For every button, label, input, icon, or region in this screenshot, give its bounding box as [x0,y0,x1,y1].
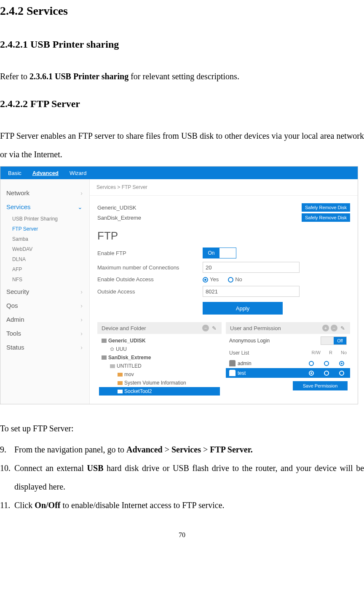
tree-folder[interactable]: UNTITLED [99,362,220,370]
panel-header: Device and Folder − ✎ [97,322,222,334]
radio-r[interactable] [324,361,329,366]
list-number: 9. [0,440,14,459]
sidebar: Network› Services⌄ USB Printer Sharing F… [0,179,90,404]
tab-advanced[interactable]: Advanced [32,170,59,176]
panel-title: Device and Folder [102,325,146,331]
radio-icon [228,277,233,283]
user-icon [229,370,236,376]
input-outside-port[interactable] [203,286,300,297]
row-outside-port: Outside Access [97,286,350,297]
edit-icon[interactable]: ✎ [339,325,346,331]
perm-radios [309,371,344,376]
radio-rw[interactable] [309,361,314,366]
sidebar-item-qos[interactable]: Qos› [0,299,89,312]
edit-icon[interactable]: ✎ [211,325,217,331]
row-outside-access: Enable Outside Access Yes No [97,276,350,283]
chevron-right-icon: › [80,316,83,323]
folder-icon [118,373,123,377]
label-enable-ftp: Enable FTP [97,250,203,256]
sidebar-sub-usb[interactable]: USB Printer Sharing [0,214,89,224]
radio-no[interactable] [339,361,344,366]
tree-folder[interactable]: mov [99,370,220,379]
ordered-list: 9. From the navigation panel, go to Adva… [0,440,364,514]
sidebar-item-services[interactable]: Services⌄ [0,200,89,214]
sidebar-sub-afp[interactable]: AFP [0,264,89,274]
remove-icon[interactable]: − [202,325,209,331]
text: to enable/disable Internet access to FTP… [60,501,224,510]
radio-r[interactable] [324,371,329,376]
sidebar-label: Admin [6,316,24,323]
apply-button[interactable]: Apply [203,302,283,315]
list-text: Click On/Off to enable/disable Internet … [14,496,364,514]
input-max-connections[interactable] [203,262,300,273]
remove-icon[interactable]: − [331,325,337,331]
disk-name: Generic_UDISK [97,205,136,211]
list-item-11: 11. Click On/Off to enable/disable Inter… [0,496,364,514]
label-max-connections: Maximum number of Connections [97,264,203,271]
top-tabs: Basic Advanced Wizard [0,167,358,179]
user-name: test [238,370,309,376]
breadcrumb: Services > FTP Server [90,179,358,196]
toggle-left [321,337,334,344]
paragraph-setup: To set up FTP Server: [0,419,364,438]
folder-icon [118,381,123,385]
label-outside-access: Enable Outside Access [97,276,203,283]
chevron-right-icon: › [80,302,83,309]
tree-label: System Volume Information [124,380,186,386]
add-icon[interactable]: + [322,325,329,331]
chevron-right-icon: › [80,344,83,351]
save-permission-button[interactable]: Save Permission [293,381,348,390]
radio-yes[interactable]: Yes [203,276,219,283]
sidebar-sub-dlna[interactable]: DLNA [0,254,89,264]
list-text: Connect an external USB hard disk drive … [14,459,364,496]
row-enable-ftp: Enable FTP On [97,248,350,258]
perm-radios [309,361,344,366]
panel-actions: + − ✎ [322,325,346,331]
sidebar-sub-webdav[interactable]: WebDAV [0,244,89,254]
sidebar-item-admin[interactable]: Admin› [0,312,89,326]
screenshot-ftp-server: Basic Advanced Wizard Network› Services⌄… [0,166,358,404]
user-row-admin[interactable]: admin [226,358,350,368]
disk-row: Generic_UDISK Safely Remove Disk [97,203,350,212]
toggle-anonymous[interactable]: Off [321,336,347,345]
sidebar-label: Security [6,288,29,295]
toggle-on: On [203,248,219,258]
safely-remove-button[interactable]: Safely Remove Disk [302,213,350,222]
user-list-header: User List R/W R No [226,347,350,358]
radio-no[interactable] [339,371,344,376]
label-outside-port: Outside Access [97,288,203,295]
sidebar-sub-ftp[interactable]: FTP Server [0,224,89,234]
sidebar-sub-samba[interactable]: Samba [0,234,89,244]
radio-rw[interactable] [309,371,314,376]
tree-label: Generic_UDISK [108,338,146,344]
text-bold: Advanced [126,445,163,454]
user-row-test[interactable]: test [226,368,350,378]
panel-title: User and Permission [230,325,281,331]
radio-label: Yes [210,276,219,283]
tree-disk[interactable]: SanDisk_Extreme [99,353,220,362]
sidebar-label: Qos [6,302,18,309]
toggle-enable-ftp[interactable]: On [203,248,236,258]
heading-usb-printer-sharing: 2.4.2.1 USB Printer sharing [0,39,364,50]
sidebar-sub-nfs[interactable]: NFS [0,274,89,285]
safely-remove-button[interactable]: Safely Remove Disk [302,203,350,212]
tree-folder[interactable]: ✿UUU [99,345,220,353]
page-number: 70 [0,531,364,539]
tab-wizard[interactable]: Wizard [70,170,86,176]
tree-folder-selected[interactable]: SocketTool2 [99,387,220,396]
sidebar-item-tools[interactable]: Tools› [0,326,89,340]
tree-disk[interactable]: Generic_UDISK [99,336,220,345]
gear-icon: ✿ [110,346,114,352]
radio-no[interactable]: No [228,276,242,283]
text-bold: Services [171,445,201,454]
sidebar-item-security[interactable]: Security› [0,285,89,299]
tree-label: UNTITLED [117,363,142,369]
sidebar-label: Network [6,189,29,196]
folder-tree: Generic_UDISK ✿UUU SanDisk_Extreme UNTIT… [97,334,222,398]
row-max-connections: Maximum number of Connections [97,262,350,273]
sidebar-item-network[interactable]: Network› [0,186,89,200]
tab-basic[interactable]: Basic [8,170,21,176]
col-r: R [329,350,332,356]
tree-folder[interactable]: System Volume Information [99,379,220,387]
sidebar-item-status[interactable]: Status› [0,340,89,354]
